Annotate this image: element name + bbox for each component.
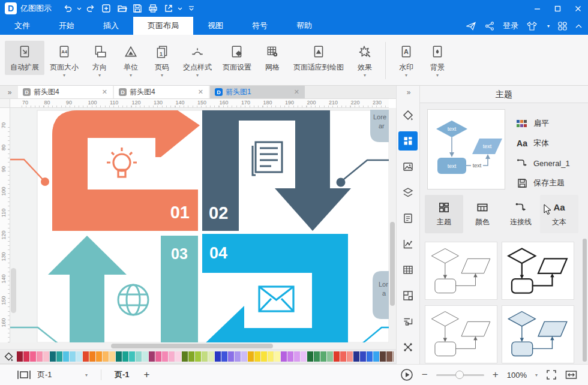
color-swatch[interactable] — [43, 351, 49, 362]
menu-page-layout[interactable]: 页面布局 — [133, 17, 193, 35]
panel-scrollbar-thumb[interactable] — [583, 239, 587, 362]
presentation-play-icon[interactable] — [400, 368, 413, 381]
color-swatch[interactable] — [340, 351, 346, 362]
save-theme-control[interactable]: 保存主题 — [516, 176, 583, 190]
color-swatch[interactable] — [70, 351, 76, 362]
color-swatch[interactable] — [30, 351, 36, 362]
menu-file[interactable]: 文件 — [0, 17, 44, 35]
ribbon-effects[interactable]: 效果 ▾ — [349, 41, 380, 80]
minimize-button[interactable] — [527, 0, 547, 17]
color-swatch[interactable] — [63, 351, 69, 362]
color-swatch[interactable] — [367, 351, 373, 362]
theme-flat-control[interactable]: 扁平 — [516, 117, 583, 130]
share-icon[interactable] — [485, 22, 494, 31]
redo-icon[interactable] — [83, 2, 98, 15]
collapse-panel-icon[interactable]: » — [407, 86, 410, 99]
theme-thumbnail[interactable] — [502, 305, 574, 363]
color-swatch[interactable] — [208, 351, 214, 362]
fill-bucket-icon[interactable] — [0, 351, 17, 362]
callout-bottom[interactable]: Lor a — [373, 271, 389, 319]
page-panel-icon[interactable] — [17, 370, 31, 380]
color-swatch[interactable] — [83, 351, 89, 362]
vertical-scrollbar[interactable] — [389, 108, 396, 342]
ribbon-page-number[interactable]: 1 页码 ▾ — [146, 41, 178, 80]
color-swatch[interactable] — [122, 351, 128, 362]
zoom-slider[interactable] — [436, 374, 484, 376]
picture-panel-icon[interactable] — [398, 157, 418, 176]
color-swatch[interactable] — [268, 351, 274, 362]
send-feedback-icon[interactable] — [466, 22, 476, 31]
maximize-button[interactable] — [547, 0, 568, 17]
doc-tab-3-active[interactable]: D 箭头图1 ✕ — [210, 86, 305, 98]
doc-tab-2[interactable]: D 箭头图4 ✕ — [114, 86, 209, 98]
export-caret[interactable] — [176, 2, 184, 15]
close-tab-icon[interactable]: ✕ — [100, 88, 109, 96]
color-swatch[interactable] — [327, 351, 333, 362]
ribbon-junction-style[interactable]: 交点样式 ▾ — [178, 41, 217, 80]
callout-top[interactable]: Lore ar — [370, 110, 389, 142]
undo-icon[interactable] — [60, 2, 76, 15]
drawing-canvas[interactable]: 01 02 03 — [10, 108, 389, 342]
menu-home[interactable]: 开始 — [44, 17, 89, 35]
color-swatch[interactable] — [116, 351, 122, 362]
color-swatch[interactable] — [149, 351, 155, 362]
color-swatch[interactable] — [96, 351, 102, 362]
color-swatch[interactable] — [162, 351, 168, 362]
zoom-in-icon[interactable]: + — [493, 369, 499, 381]
color-swatch[interactable] — [188, 351, 194, 362]
tab-connectors[interactable]: 连接线 — [502, 195, 540, 233]
color-swatch[interactable] — [129, 351, 135, 362]
page-selector-caret[interactable]: ▾ — [85, 372, 88, 378]
color-swatch[interactable] — [380, 351, 386, 362]
tabs-scroll-left-icon[interactable]: » — [0, 86, 18, 98]
color-swatch[interactable] — [182, 351, 188, 362]
floorplan-panel-icon[interactable] — [398, 286, 418, 305]
theme-thumbnail[interactable] — [425, 305, 497, 363]
horizontal-scrollbar[interactable] — [0, 342, 396, 350]
menu-view[interactable]: 视图 — [193, 17, 238, 35]
panel-handle[interactable] — [11, 268, 16, 313]
fullscreen-icon[interactable] — [546, 369, 557, 380]
apps-grid-icon[interactable] — [558, 22, 567, 31]
color-swatch[interactable] — [301, 351, 307, 362]
color-swatch[interactable] — [221, 351, 227, 362]
color-swatch[interactable] — [50, 351, 56, 362]
menu-symbols[interactable]: 符号 — [238, 17, 282, 35]
step-01-shape[interactable]: 01 — [52, 110, 200, 231]
notes-panel-icon[interactable] — [398, 209, 418, 228]
ribbon-units[interactable]: 单位 ▾ — [115, 41, 146, 80]
color-swatch[interactable] — [314, 351, 320, 362]
color-swatch[interactable] — [37, 351, 43, 362]
color-swatch[interactable] — [393, 351, 394, 362]
zoom-caret[interactable]: ▾ — [535, 372, 538, 378]
color-swatch[interactable] — [109, 351, 115, 362]
add-page-button[interactable]: + — [144, 369, 150, 381]
color-swatch[interactable] — [386, 351, 392, 362]
color-swatch[interactable] — [195, 351, 201, 362]
ribbon-orientation[interactable]: 方向 ▾ — [84, 41, 115, 80]
theme-font-control[interactable]: Aa 宋体 — [516, 137, 583, 150]
color-swatch[interactable] — [287, 351, 293, 362]
chart-panel-icon[interactable] — [398, 234, 418, 254]
tab-colors[interactable]: 颜色 — [463, 195, 502, 233]
open-folder-icon[interactable] — [114, 2, 130, 15]
close-tab-icon[interactable]: ✕ — [292, 88, 301, 96]
ribbon-page-size[interactable]: A4 页面大小 ▾ — [44, 41, 84, 80]
vscroll-thumb[interactable] — [390, 222, 395, 306]
color-swatch[interactable] — [294, 351, 300, 362]
zoom-slider-handle[interactable] — [455, 371, 464, 379]
page-selector[interactable]: 页-1 — [37, 369, 79, 380]
color-swatch[interactable] — [281, 351, 287, 362]
color-swatch[interactable] — [274, 351, 280, 362]
new-document-icon[interactable] — [98, 2, 114, 15]
theme-connector-control[interactable]: General_1 — [516, 157, 583, 170]
color-swatch[interactable] — [142, 351, 148, 362]
color-swatch[interactable] — [155, 351, 161, 362]
menu-insert[interactable]: 插入 — [89, 17, 133, 35]
color-swatch[interactable] — [89, 351, 95, 362]
ribbon-fit-page-to-drawing[interactable]: 页面适应到绘图 — [288, 41, 349, 75]
save-icon[interactable] — [130, 2, 145, 15]
print-icon[interactable] — [145, 2, 161, 15]
color-swatch[interactable] — [241, 351, 247, 362]
color-swatch[interactable] — [202, 351, 208, 362]
